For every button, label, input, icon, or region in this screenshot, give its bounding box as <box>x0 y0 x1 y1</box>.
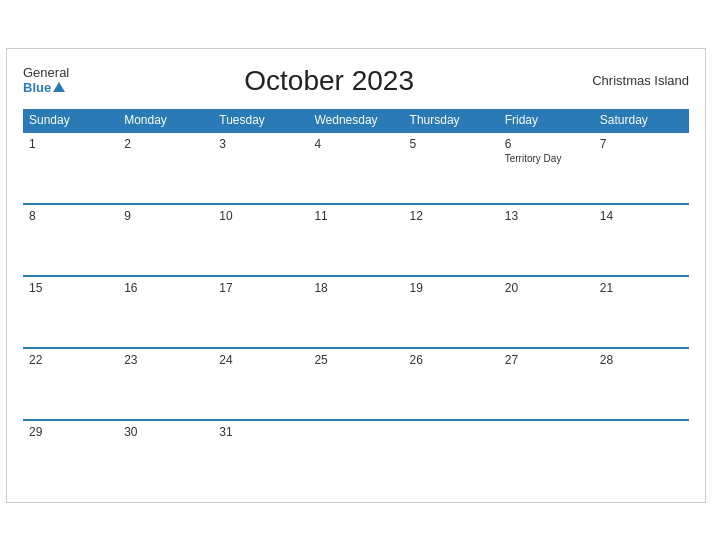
day-number: 8 <box>29 209 112 223</box>
day-number: 31 <box>219 425 302 439</box>
day-number: 6 <box>505 137 588 151</box>
calendar-cell: 11 <box>308 204 403 276</box>
day-number: 14 <box>600 209 683 223</box>
header-thursday: Thursday <box>404 109 499 132</box>
calendar-cell: 9 <box>118 204 213 276</box>
day-number: 27 <box>505 353 588 367</box>
calendar-cell: 20 <box>499 276 594 348</box>
calendar-cell: 27 <box>499 348 594 420</box>
calendar-cell: 25 <box>308 348 403 420</box>
calendar-title: October 2023 <box>69 65 589 97</box>
header-monday: Monday <box>118 109 213 132</box>
day-number: 23 <box>124 353 207 367</box>
calendar-cell: 15 <box>23 276 118 348</box>
calendar-cell: 23 <box>118 348 213 420</box>
logo: General Blue <box>23 66 69 95</box>
calendar-cell: 12 <box>404 204 499 276</box>
calendar-cell <box>499 420 594 492</box>
logo-blue-text: Blue <box>23 81 69 95</box>
calendar-header: General Blue October 2023 Christmas Isla… <box>23 65 689 97</box>
day-number: 11 <box>314 209 397 223</box>
day-number: 26 <box>410 353 493 367</box>
calendar-cell: 7 <box>594 132 689 204</box>
day-number: 7 <box>600 137 683 151</box>
calendar-cell <box>404 420 499 492</box>
calendar-cell: 14 <box>594 204 689 276</box>
day-number: 2 <box>124 137 207 151</box>
day-number: 28 <box>600 353 683 367</box>
day-number: 4 <box>314 137 397 151</box>
calendar-cell: 10 <box>213 204 308 276</box>
calendar-cell: 21 <box>594 276 689 348</box>
calendar-cell: 18 <box>308 276 403 348</box>
week-row-1: 123456Territory Day7 <box>23 132 689 204</box>
header-sunday: Sunday <box>23 109 118 132</box>
calendar-cell: 16 <box>118 276 213 348</box>
calendar-cell: 8 <box>23 204 118 276</box>
calendar-cell: 13 <box>499 204 594 276</box>
calendar-container: General Blue October 2023 Christmas Isla… <box>6 48 706 503</box>
calendar-cell: 29 <box>23 420 118 492</box>
calendar-cell: 1 <box>23 132 118 204</box>
region-label: Christmas Island <box>589 73 689 88</box>
calendar-cell: 28 <box>594 348 689 420</box>
calendar-cell: 3 <box>213 132 308 204</box>
calendar-cell: 5 <box>404 132 499 204</box>
day-number: 22 <box>29 353 112 367</box>
day-number: 3 <box>219 137 302 151</box>
day-number: 17 <box>219 281 302 295</box>
calendar-cell: 17 <box>213 276 308 348</box>
calendar-grid: Sunday Monday Tuesday Wednesday Thursday… <box>23 109 689 492</box>
day-number: 25 <box>314 353 397 367</box>
day-number: 24 <box>219 353 302 367</box>
week-row-2: 891011121314 <box>23 204 689 276</box>
day-number: 10 <box>219 209 302 223</box>
day-number: 13 <box>505 209 588 223</box>
calendar-cell: 31 <box>213 420 308 492</box>
day-number: 1 <box>29 137 112 151</box>
day-number: 12 <box>410 209 493 223</box>
logo-triangle-icon <box>53 82 65 92</box>
calendar-cell <box>308 420 403 492</box>
calendar-cell: 30 <box>118 420 213 492</box>
calendar-cell: 24 <box>213 348 308 420</box>
day-number: 19 <box>410 281 493 295</box>
day-number: 20 <box>505 281 588 295</box>
day-number: 16 <box>124 281 207 295</box>
calendar-cell: 22 <box>23 348 118 420</box>
day-number: 15 <box>29 281 112 295</box>
header-saturday: Saturday <box>594 109 689 132</box>
week-row-3: 15161718192021 <box>23 276 689 348</box>
holiday-name: Territory Day <box>505 153 588 164</box>
calendar-cell: 2 <box>118 132 213 204</box>
header-friday: Friday <box>499 109 594 132</box>
calendar-cell <box>594 420 689 492</box>
day-number: 21 <box>600 281 683 295</box>
calendar-cell: 6Territory Day <box>499 132 594 204</box>
weekday-header-row: Sunday Monday Tuesday Wednesday Thursday… <box>23 109 689 132</box>
calendar-body: 123456Territory Day789101112131415161718… <box>23 132 689 492</box>
header-wednesday: Wednesday <box>308 109 403 132</box>
calendar-cell: 26 <box>404 348 499 420</box>
day-number: 29 <box>29 425 112 439</box>
day-number: 9 <box>124 209 207 223</box>
week-row-5: 293031 <box>23 420 689 492</box>
calendar-cell: 19 <box>404 276 499 348</box>
day-number: 5 <box>410 137 493 151</box>
header-tuesday: Tuesday <box>213 109 308 132</box>
day-number: 18 <box>314 281 397 295</box>
calendar-cell: 4 <box>308 132 403 204</box>
week-row-4: 22232425262728 <box>23 348 689 420</box>
logo-general-text: General <box>23 66 69 80</box>
day-number: 30 <box>124 425 207 439</box>
